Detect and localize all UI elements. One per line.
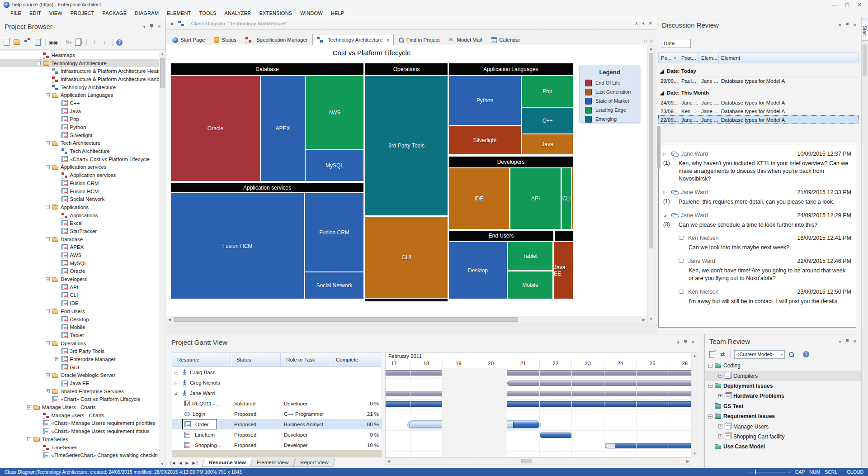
new-model-icon[interactable] [3, 39, 10, 46]
tree-item[interactable]: «Chart» Manage Users requirement status [0, 427, 159, 435]
new-element-icon[interactable] [34, 39, 42, 46]
tree-item[interactable]: MySQL [0, 259, 159, 267]
treemap-block[interactable]: Mobile [508, 271, 552, 299]
gantt-row[interactable]: ◢Jane Ward [172, 388, 382, 398]
tree-item[interactable]: CLI [0, 291, 159, 300]
strip-scroll-thumb[interactable] [863, 44, 867, 76]
tree-item[interactable]: −Oracle Weblogic Server [0, 371, 159, 380]
team-tree-item[interactable]: Use Case Model [705, 442, 861, 452]
tree-item[interactable]: Silverlight [0, 131, 159, 139]
tree-item[interactable]: «TimeSeriesChart» Changes awaiting check… [0, 451, 159, 459]
menu-item-diagram[interactable]: DIAGRAM [131, 10, 163, 16]
tree-item[interactable]: +Shared Enterprise Services [0, 387, 159, 395]
tree-expander-icon[interactable]: − [46, 205, 50, 209]
tree-item[interactable]: Mobile [0, 323, 159, 331]
treemap-block[interactable]: Java EE [554, 242, 573, 299]
discussion-column-element[interactable]: Element [719, 52, 859, 63]
tree-expander-icon[interactable]: − [46, 165, 50, 169]
tree-expander-icon[interactable]: + [718, 374, 722, 378]
tree-expander-icon[interactable]: − [46, 93, 50, 97]
gantt-row[interactable]: Shopping...ProposedDeveloper10 % [172, 440, 382, 450]
team-tree-item[interactable]: −Requirement Issues [705, 411, 861, 421]
tree-item[interactable]: Python [0, 123, 159, 131]
maximize-button[interactable]: ▢ [844, 2, 849, 8]
tree-expander-icon[interactable]: − [27, 437, 31, 441]
discussion-reply[interactable]: Ken Nielsen23/09/2015 12:50 PMI'm away b… [679, 289, 851, 305]
tree-item[interactable]: Fusion CRM [0, 179, 159, 187]
last-page-icon[interactable]: ▶❘ [190, 461, 200, 465]
new-topic-icon[interactable] [708, 351, 716, 358]
menu-item-edit[interactable]: EDIT [25, 10, 45, 16]
canvas-horizontal-scrollbar[interactable]: ◀ ▶ [166, 316, 647, 323]
menu-item-element[interactable]: ELEMENT [163, 10, 195, 16]
tree-item[interactable]: −TimeSeries [0, 435, 159, 443]
tree-item[interactable]: Technology Architecture [0, 83, 159, 91]
menu-item-tools[interactable]: TOOLS [195, 10, 220, 16]
tree-item[interactable]: Fusion HCM [0, 187, 159, 195]
gantt-horizontal-scrollbar[interactable]: ◀ ▶ [385, 457, 691, 465]
tree-item[interactable]: Manage users - Charts [0, 411, 159, 419]
caption-menu-icon[interactable]: ▾ [642, 21, 645, 26]
tab-scroll-left-icon[interactable]: ◁ [643, 38, 646, 43]
tree-item[interactable]: −Technology Architecture [0, 59, 159, 67]
tree-expander-icon[interactable]: − [46, 309, 50, 313]
tree-item[interactable]: StarTracker [0, 227, 159, 235]
treemap-block[interactable]: Silverlight [449, 126, 521, 154]
move-up-icon[interactable]: ↑ [90, 39, 98, 46]
tree-item[interactable]: «Chart» Cost vs Platform Lifecycle [0, 155, 159, 163]
team-tree-item[interactable]: +Hardware Problems [705, 391, 861, 401]
caption-close-icon[interactable]: ✕ [649, 21, 652, 26]
discussion-row[interactable]: 22/09...Jane ...Jane ...Database types f… [658, 115, 859, 124]
group-expander-icon[interactable]: ◢ [660, 90, 664, 96]
tree-item[interactable]: −Manage Users - Charts [0, 403, 159, 411]
tree-item[interactable]: −End Users [0, 307, 159, 315]
tab-technology-architecture[interactable]: Technology Architecturex [312, 34, 394, 45]
tree-expander-icon[interactable]: − [46, 141, 50, 145]
gantt-column-header[interactable]: Role or Task [281, 353, 331, 367]
tab-model-mail[interactable]: ✉Model Mail [444, 34, 486, 45]
gantt-row[interactable]: LineItemProposedDeveloper0 % [172, 429, 382, 440]
discussion-reply[interactable]: Ken Nielsen18/09/2015 12:41 PMCan we loo… [679, 235, 851, 252]
treemap-block[interactable]: Php [522, 76, 573, 107]
tab-status[interactable]: Status [209, 34, 241, 45]
treemap-block[interactable]: Social Network [305, 272, 363, 299]
tree-expander-icon[interactable]: + [718, 394, 722, 398]
menu-item-extensions[interactable]: EXTENSIONS [255, 10, 296, 16]
messages-scrollbar-thumb[interactable] [657, 126, 660, 169]
message-expander-icon[interactable]: ▷ [663, 152, 669, 156]
first-page-icon[interactable]: ❘◀ [167, 461, 177, 465]
team-tree-item[interactable]: −Deployment Issues [705, 381, 861, 391]
treemap-block[interactable]: APEX [261, 76, 305, 181]
menu-item-view[interactable]: VIEW [45, 10, 66, 16]
tree-item[interactable]: Tech Architecture [0, 147, 159, 155]
tree-item[interactable]: GUI [0, 363, 159, 371]
tree-expander-icon[interactable]: − [27, 405, 31, 409]
treemap-block[interactable] [572, 168, 573, 229]
panel-close-icon[interactable]: ✕ [853, 23, 857, 28]
tab-find-in-project[interactable]: Find in Project [394, 34, 444, 45]
start-page-side-tab[interactable]: Start [862, 21, 868, 41]
tree-expander-icon[interactable]: + [718, 434, 722, 438]
tree-expander-icon[interactable]: − [46, 277, 50, 281]
tree-item[interactable]: AWS [0, 251, 159, 259]
row-expander-icon[interactable]: ◢ [174, 391, 179, 395]
menu-item-analyzer[interactable]: ANALYZER [221, 10, 255, 16]
tree-expander-icon[interactable]: − [708, 364, 712, 368]
tree-item[interactable]: API [0, 283, 159, 291]
search-icon[interactable] [788, 351, 795, 358]
discussion-message[interactable]: ▷Jane Ward21/09/2015 12:33 PM(1)Paulene,… [663, 189, 851, 206]
tree-item[interactable]: −Operations [0, 339, 159, 347]
menu-item-package[interactable]: PACKAGE [99, 10, 131, 16]
menu-item-window[interactable]: WINDOW [296, 10, 326, 16]
view-tab-element-view[interactable]: Element View [250, 458, 296, 467]
discussion-row[interactable]: 24/09...Jane ...Jane ...Database types f… [658, 98, 859, 107]
treemap-block[interactable]: GUI [365, 217, 448, 298]
tree-item[interactable]: −Application Languages [0, 91, 159, 99]
gantt-chart[interactable]: February 2011 17181920212223242526 [385, 352, 691, 457]
gantt-row[interactable]: LoginProposedC++ Programmer21 % [172, 409, 382, 419]
panel-menu-icon[interactable]: ▾ [143, 24, 146, 29]
treemap-block[interactable]: MySQL [306, 150, 363, 181]
tree-item[interactable]: «Chart» Manage Users requirement priorit… [0, 419, 159, 428]
collapse-caption-icon[interactable]: ∧ [635, 21, 638, 26]
new-package-icon[interactable] [13, 39, 21, 46]
